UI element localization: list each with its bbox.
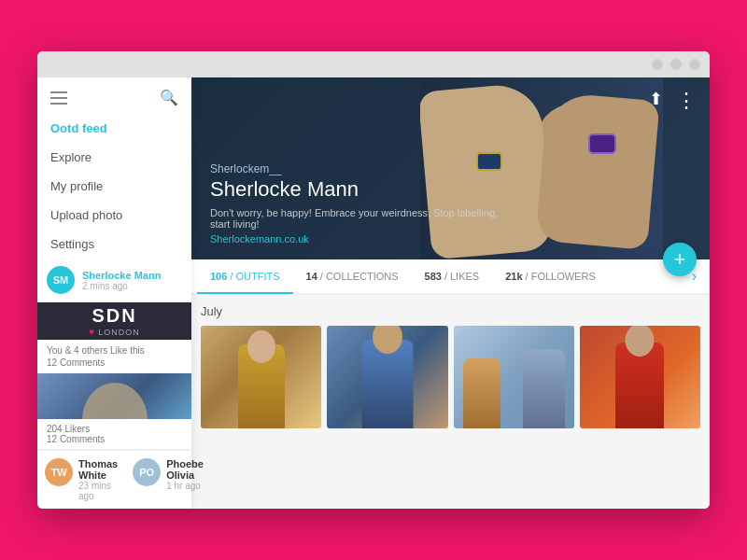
sidebar-item-upload[interactable]: Upload photo bbox=[37, 201, 191, 230]
bottom-feed-row: TW Thomas White 23 mins ago PO Phoebe Ol… bbox=[37, 450, 191, 509]
feed-top-row: SM Sherlocke Mann 2 mins ago bbox=[37, 259, 191, 302]
photo-section: July bbox=[191, 295, 710, 509]
stats-bar: 106 / OUTFITS 14 / COLLECTIONS 583 / LIK… bbox=[191, 259, 710, 295]
photo-cell-2[interactable] bbox=[327, 326, 447, 428]
photo-grid bbox=[201, 326, 700, 428]
sdn-card: SDN ♥ LONDON bbox=[37, 302, 191, 340]
profile-website[interactable]: Sherlockemann.co.uk bbox=[210, 233, 691, 245]
stats-chevron-right[interactable]: › bbox=[692, 268, 704, 285]
more-icon[interactable]: ⋮ bbox=[676, 89, 697, 113]
middle-stats: 204 Likers 12 Comments bbox=[37, 419, 191, 450]
bottom-right-info: Phoebe Olivia 1 hr ago bbox=[166, 458, 204, 491]
bottom-left-name[interactable]: Thomas White bbox=[78, 458, 118, 481]
sidebar-item-settings[interactable]: Settings bbox=[37, 230, 191, 259]
sidebar-header: 🔍 bbox=[37, 77, 191, 114]
stat-followers-num: 21k bbox=[505, 271, 522, 282]
app-window: 🔍 Ootd feed Explore My profile Upload ph… bbox=[37, 51, 710, 509]
share-icon[interactable]: ⬆ bbox=[649, 89, 663, 113]
profile-username: Sherlockem__ bbox=[210, 162, 691, 175]
bottom-feed-right: PO Phoebe Olivia 1 hr ago bbox=[125, 451, 211, 509]
stat-collections-label: / COLLECTIONS bbox=[320, 271, 399, 282]
sdn-stat1: You & 4 others Like this bbox=[47, 345, 182, 356]
hamburger-icon[interactable] bbox=[50, 91, 67, 105]
bottom-left-time: 23 mins ago bbox=[78, 481, 118, 501]
titlebar bbox=[37, 51, 710, 77]
sidebar-item-explore[interactable]: Explore bbox=[37, 143, 191, 172]
stat-likes-num: 583 bbox=[425, 271, 442, 282]
middle-stat1: 204 Likers bbox=[47, 424, 182, 434]
profile-fullname: Sherlocke Mann bbox=[210, 177, 691, 202]
search-icon[interactable]: 🔍 bbox=[160, 89, 178, 106]
sdn-title: SDN bbox=[92, 305, 136, 327]
stat-collections[interactable]: 14 / COLLECTIONS bbox=[293, 260, 412, 294]
hero-actions: ⬆ ⋮ bbox=[649, 89, 697, 113]
stat-outfits-label: / OUTFITS bbox=[230, 271, 279, 282]
sidebar: 🔍 Ootd feed Explore My profile Upload ph… bbox=[37, 77, 191, 509]
photo-cell-3[interactable] bbox=[454, 326, 574, 428]
titlebar-btn-close[interactable] bbox=[689, 59, 700, 70]
middle-stat2: 12 Comments bbox=[47, 434, 182, 444]
stat-likes[interactable]: 583 / LIKES bbox=[412, 260, 493, 294]
stat-outfits-num: 106 bbox=[210, 271, 227, 282]
stat-followers-label: / FOLLOWERS bbox=[526, 271, 596, 282]
profile-info: Sherlockem__ Sherlocke Mann Don't worry,… bbox=[210, 162, 691, 245]
stat-outfits[interactable]: 106 / OUTFITS bbox=[197, 260, 293, 294]
sdn-meta: You & 4 others Like this 12 Comments bbox=[37, 340, 191, 373]
feed-top-name[interactable]: Sherlocke Mann bbox=[82, 270, 161, 281]
fab-button[interactable]: + bbox=[663, 243, 697, 276]
profile-hero: Sherlockem__ Sherlocke Mann Don't worry,… bbox=[191, 77, 710, 259]
feed-top-info: Sherlocke Mann 2 mins ago bbox=[82, 270, 161, 291]
stat-collections-num: 14 bbox=[306, 271, 317, 282]
bottom-feed-left: TW Thomas White 23 mins ago bbox=[37, 451, 125, 509]
bottom-right-name[interactable]: Phoebe Olivia bbox=[166, 458, 204, 481]
titlebar-btn-min[interactable] bbox=[652, 59, 663, 70]
sidebar-active-item[interactable]: Ootd feed bbox=[37, 114, 191, 143]
section-label: July bbox=[201, 304, 700, 318]
stat-followers[interactable]: 21k / FOLLOWERS bbox=[492, 260, 609, 294]
feed-top-avatar: SM bbox=[47, 266, 75, 294]
stat-likes-label: / LIKES bbox=[444, 271, 479, 282]
bottom-right-time: 1 hr ago bbox=[166, 481, 204, 491]
main-content: Sherlockem__ Sherlocke Mann Don't worry,… bbox=[191, 77, 710, 509]
middle-thumb bbox=[37, 373, 191, 419]
app-body: 🔍 Ootd feed Explore My profile Upload ph… bbox=[37, 77, 710, 509]
sdn-stat2: 12 Comments bbox=[47, 357, 182, 368]
titlebar-btn-max[interactable] bbox=[670, 59, 682, 70]
bottom-left-avatar: TW bbox=[45, 458, 73, 486]
bottom-right-avatar: PO bbox=[133, 458, 161, 486]
feed-top-time: 2 mins ago bbox=[82, 281, 161, 291]
photo-cell-1[interactable] bbox=[201, 326, 321, 428]
photo-cell-4[interactable] bbox=[580, 326, 700, 428]
heart-icon: ♥ bbox=[89, 327, 94, 337]
bottom-left-info: Thomas White 23 mins ago bbox=[78, 458, 118, 501]
sidebar-item-profile[interactable]: My profile bbox=[37, 172, 191, 201]
profile-bio: Don't worry, be happy! Embrace your weir… bbox=[210, 207, 509, 230]
sdn-subtitle: LONDON bbox=[98, 328, 140, 337]
